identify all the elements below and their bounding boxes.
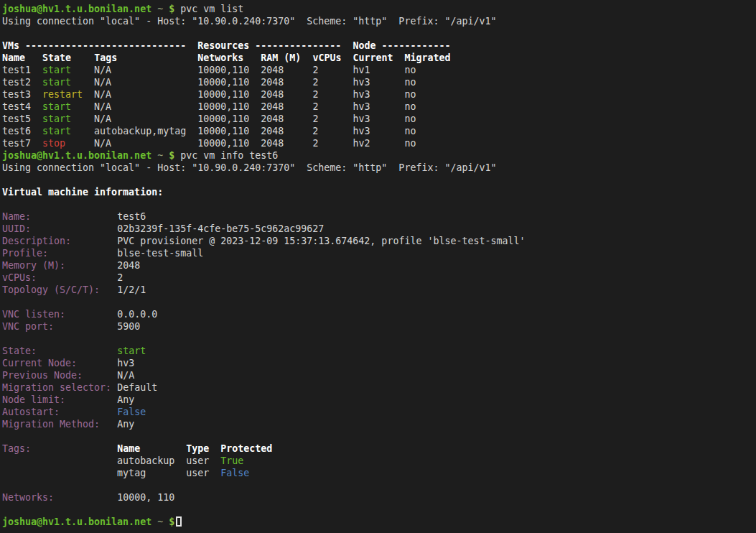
tag-name: autobackup <box>117 455 174 466</box>
vm-node: hv3 <box>353 89 370 100</box>
field-label-uuid: UUID: <box>2 223 31 234</box>
vm-tags: N/A <box>94 77 111 88</box>
terminal-line: Previous Node: N/A <box>2 369 756 381</box>
connection-info: Using connection "local" - Host: "10.90.… <box>2 162 496 173</box>
vm-state: start <box>42 65 71 75</box>
tag-protected: True <box>220 455 243 466</box>
terminal-line: joshua@hv1.t.u.bonilan.net ~ $ pvc vm in… <box>2 149 756 162</box>
terminal-line <box>2 479 756 491</box>
terminal-line <box>2 174 756 186</box>
vm-ram: 2048 <box>261 138 284 149</box>
terminal-text <box>151 150 157 161</box>
field-value-state: start <box>117 346 146 356</box>
vm-vcpus: 2 <box>312 126 318 136</box>
vm-vcpus: 2 <box>312 138 318 149</box>
vm-migrated: no <box>405 77 416 88</box>
vm-state: start <box>42 101 71 112</box>
terminal-line: joshua@hv1.t.u.bonilan.net ~ $ pvc vm li… <box>2 3 756 15</box>
terminal-line: Using connection "local" - Host: "10.90.… <box>2 15 756 27</box>
vm-ram: 2048 <box>261 65 284 75</box>
vm-ram: 2048 <box>261 126 284 136</box>
field-label-migration-selector: Migration selector: <box>2 382 111 393</box>
vm-ram: 2048 <box>261 77 284 88</box>
field-value-node-limit: Any <box>117 394 134 405</box>
field-value-migration-selector: Default <box>117 382 157 393</box>
terminal-output: joshua@hv1.t.u.bonilan.net ~ $ pvc vm li… <box>2 3 756 528</box>
terminal-line: Virtual machine information: <box>2 186 756 198</box>
terminal-screen[interactable]: joshua@hv1.t.u.bonilan.net ~ $ pvc vm li… <box>0 0 756 533</box>
field-label-vnc-port: VNC port: <box>2 321 54 332</box>
terminal-line: test5 start N/A 10000,110 2048 2 hv3 no <box>2 113 756 125</box>
prompt-symbol: $ <box>169 4 174 14</box>
field-value-name: test6 <box>117 211 146 222</box>
terminal-line: Networks: 10000, 110 <box>2 491 756 504</box>
terminal-line: Migration Method: Any <box>2 418 756 430</box>
terminal-line: Node limit: Any <box>2 394 756 406</box>
col-header-name: Name <box>2 52 25 63</box>
vm-networks: 10000,110 <box>197 126 249 136</box>
vm-networks: 10000,110 <box>197 101 249 112</box>
vm-state: start <box>42 77 71 88</box>
vm-node: hv3 <box>353 77 370 88</box>
vm-networks: 10000,110 <box>197 65 249 75</box>
vm-node: hv3 <box>353 113 370 124</box>
vm-migrated: no <box>405 138 416 149</box>
vm-networks: 10000,110 <box>197 113 249 124</box>
vm-name: test3 <box>2 89 31 100</box>
vm-networks: 10000,110 <box>197 89 249 100</box>
tags-col-header-type: Type <box>186 443 209 454</box>
vm-name: test5 <box>2 113 31 124</box>
terminal-line: Name: test6 <box>2 210 756 223</box>
terminal-line <box>2 430 756 442</box>
field-value-vnc-port: 5900 <box>117 321 140 332</box>
field-label-memory: Memory (M): <box>2 260 65 271</box>
terminal-text <box>163 516 169 527</box>
field-label-tags: Tags: <box>2 443 31 454</box>
vm-state: start <box>42 126 71 136</box>
vm-ram: 2048 <box>261 101 284 112</box>
prompt-user-host: joshua@hv1.t.u.bonilan.net <box>2 4 151 14</box>
terminal-line <box>2 198 756 210</box>
group-header-divider: ---------------------------- <box>25 40 186 51</box>
vm-tags: N/A <box>94 113 111 124</box>
field-label-name: Name: <box>2 211 31 222</box>
field-label-previous-node: Previous Node: <box>2 370 83 381</box>
vm-state: restart <box>42 89 83 100</box>
terminal-line: Memory (M): 2048 <box>2 259 756 272</box>
field-value-profile: blse-test-small <box>117 248 203 259</box>
vm-vcpus: 2 <box>312 113 318 124</box>
command-pvc-vm-list: pvc vm list <box>180 4 243 14</box>
col-header-vcpus: vCPUs <box>312 52 341 63</box>
terminal-line: autobackup user True <box>2 455 756 467</box>
terminal-line: test2 start N/A 10000,110 2048 2 hv3 no <box>2 76 756 88</box>
field-label-topology: Topology (S/C/T): <box>2 284 100 295</box>
vm-vcpus: 2 <box>312 77 318 88</box>
field-value-migration-method: Any <box>117 419 134 430</box>
field-value-current-node: hv3 <box>117 358 134 369</box>
terminal-line: VNC listen: 0.0.0.0 <box>2 308 756 320</box>
terminal-line: test1 start N/A 10000,110 2048 2 hv1 no <box>2 64 756 76</box>
field-label-vcpus: vCPUs: <box>2 272 37 283</box>
section-title: Virtual machine information: <box>2 187 163 198</box>
vm-node: hv2 <box>353 138 370 149</box>
vm-vcpus: 2 <box>312 65 318 75</box>
group-header-vms: VMs <box>2 40 19 51</box>
terminal-line <box>2 504 756 516</box>
terminal-text <box>151 4 157 14</box>
vm-name: test6 <box>2 126 31 136</box>
tag-type: user <box>186 468 209 478</box>
field-value-vnc-listen: 0.0.0.0 <box>117 309 157 320</box>
command-pvc-vm-info: pvc vm info test6 <box>180 150 278 161</box>
terminal-line: UUID: 02b3239f-135f-4cfe-be75-5c962ac996… <box>2 223 756 235</box>
terminal-line: Description: PVC provisioner @ 2023-12-0… <box>2 235 756 247</box>
terminal-line: Migration selector: Default <box>2 381 756 394</box>
vm-node: hv3 <box>353 101 370 112</box>
terminal-line: VMs ---------------------------- Resourc… <box>2 40 756 52</box>
terminal-cursor[interactable] <box>176 516 182 527</box>
vm-tags: N/A <box>94 101 111 112</box>
field-label-vnc-listen: VNC listen: <box>2 309 65 320</box>
terminal-line <box>2 296 756 308</box>
field-value-description: PVC provisioner @ 2023-12-09 15:37:13.67… <box>117 236 525 246</box>
terminal-line: Autostart: False <box>2 406 756 418</box>
col-header-state: State <box>42 52 71 63</box>
